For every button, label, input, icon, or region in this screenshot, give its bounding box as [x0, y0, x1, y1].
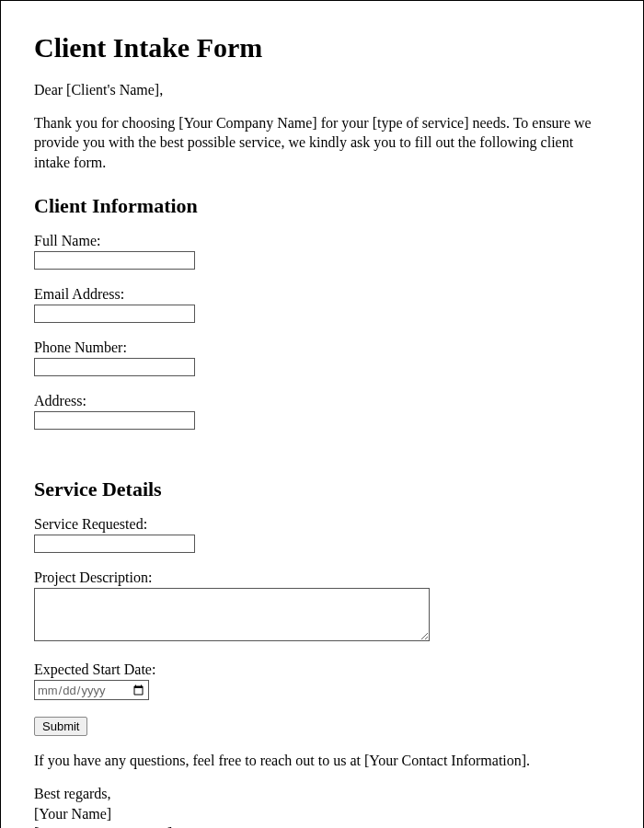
email-input[interactable]: [34, 305, 195, 323]
full-name-input[interactable]: [34, 251, 195, 270]
project-description-input[interactable]: [34, 588, 430, 641]
phone-label: Phone Number:: [34, 339, 610, 356]
service-details-heading: Service Details: [34, 477, 610, 501]
email-label: Email Address:: [34, 286, 610, 303]
client-info-heading: Client Information: [34, 194, 610, 218]
footer-note: If you have any questions, feel free to …: [34, 751, 610, 771]
full-name-label: Full Name:: [34, 233, 610, 249]
phone-field: Phone Number:: [34, 339, 610, 376]
service-requested-input[interactable]: [34, 535, 195, 553]
greeting-text: Dear [Client's Name],: [34, 80, 610, 100]
address-field: Address:: [34, 393, 610, 430]
start-date-label: Expected Start Date:: [34, 661, 610, 678]
closing-company: [Your Company Name]: [34, 823, 610, 828]
closing-block: Best regards, [Your Name] [Your Company …: [34, 784, 610, 828]
project-description-label: Project Description:: [34, 569, 610, 586]
service-requested-label: Service Requested:: [34, 516, 610, 533]
form-page: Client Intake Form Dear [Client's Name],…: [0, 0, 644, 828]
service-requested-field: Service Requested:: [34, 516, 610, 553]
email-field: Email Address:: [34, 286, 610, 323]
full-name-field: Full Name:: [34, 233, 610, 270]
project-description-field: Project Description:: [34, 569, 610, 645]
submit-button[interactable]: Submit: [34, 717, 87, 736]
start-date-field: Expected Start Date:: [34, 661, 610, 700]
phone-input[interactable]: [34, 358, 195, 376]
page-title: Client Intake Form: [34, 32, 610, 63]
start-date-input[interactable]: [34, 680, 149, 700]
address-label: Address:: [34, 393, 610, 409]
closing-regards: Best regards,: [34, 784, 610, 804]
intro-paragraph: Thank you for choosing [Your Company Nam…: [34, 113, 610, 173]
closing-name: [Your Name]: [34, 804, 610, 824]
address-input[interactable]: [34, 411, 195, 430]
